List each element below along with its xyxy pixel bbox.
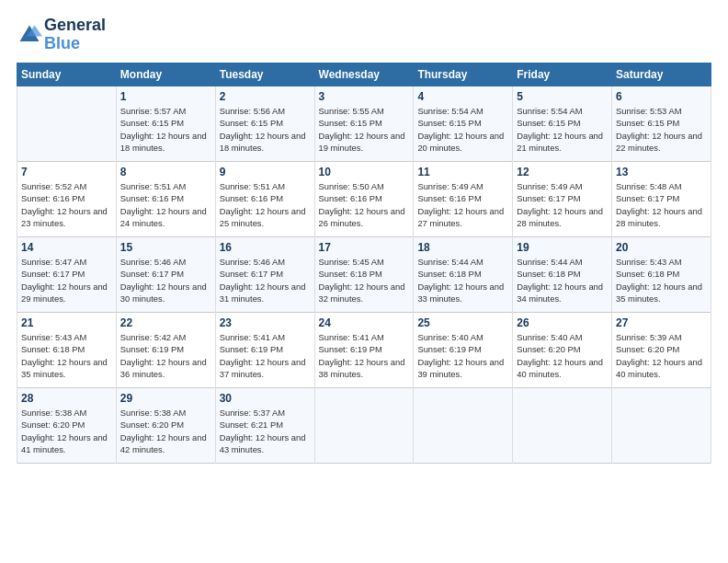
cell-info: Sunrise: 5:51 AMSunset: 6:16 PMDaylight:… xyxy=(220,180,311,231)
calendar-cell: 13Sunrise: 5:48 AMSunset: 6:17 PMDayligh… xyxy=(612,161,711,236)
cell-info: Sunrise: 5:55 AMSunset: 6:15 PMDaylight:… xyxy=(319,105,410,155)
cell-info: Sunrise: 5:41 AMSunset: 6:19 PMDaylight:… xyxy=(319,331,410,382)
cell-info: Sunrise: 5:57 AMSunset: 6:15 PMDaylight:… xyxy=(120,105,211,155)
calendar-cell: 5Sunrise: 5:54 AMSunset: 6:15 PMDaylight… xyxy=(513,86,612,161)
day-number: 8 xyxy=(120,166,211,178)
cell-info: Sunrise: 5:41 AMSunset: 6:19 PMDaylight:… xyxy=(220,331,311,382)
calendar-cell: 3Sunrise: 5:55 AMSunset: 6:15 PMDaylight… xyxy=(314,86,414,161)
day-number: 29 xyxy=(120,392,211,405)
logo: General Blue xyxy=(17,17,106,53)
calendar-cell xyxy=(612,387,711,463)
calendar-cell: 12Sunrise: 5:49 AMSunset: 6:17 PMDayligh… xyxy=(513,161,612,236)
day-number: 16 xyxy=(220,241,311,254)
cell-info: Sunrise: 5:40 AMSunset: 6:20 PMDaylight:… xyxy=(517,331,608,382)
logo-icon xyxy=(17,22,42,48)
day-number: 27 xyxy=(616,316,707,329)
cell-info: Sunrise: 5:54 AMSunset: 6:15 PMDaylight:… xyxy=(517,105,608,155)
cell-info: Sunrise: 5:45 AMSunset: 6:18 PMDaylight:… xyxy=(319,256,410,306)
week-row-1: 1Sunrise: 5:57 AMSunset: 6:15 PMDaylight… xyxy=(17,86,711,161)
calendar-cell: 19Sunrise: 5:44 AMSunset: 6:18 PMDayligh… xyxy=(513,236,612,312)
calendar-cell: 10Sunrise: 5:50 AMSunset: 6:16 PMDayligh… xyxy=(314,161,414,236)
day-number: 23 xyxy=(220,316,311,329)
cell-info: Sunrise: 5:38 AMSunset: 6:20 PMDaylight:… xyxy=(21,407,112,457)
cell-info: Sunrise: 5:43 AMSunset: 6:18 PMDaylight:… xyxy=(21,331,112,382)
cell-info: Sunrise: 5:51 AMSunset: 6:16 PMDaylight:… xyxy=(120,180,211,231)
day-number: 25 xyxy=(417,316,508,329)
day-number: 10 xyxy=(319,166,410,178)
calendar-cell: 6Sunrise: 5:53 AMSunset: 6:15 PMDaylight… xyxy=(612,86,711,161)
cell-info: Sunrise: 5:40 AMSunset: 6:19 PMDaylight:… xyxy=(417,331,508,382)
day-number: 4 xyxy=(417,90,508,103)
cell-info: Sunrise: 5:47 AMSunset: 6:17 PMDaylight:… xyxy=(21,256,112,306)
cell-info: Sunrise: 5:42 AMSunset: 6:19 PMDaylight:… xyxy=(120,331,211,382)
cell-info: Sunrise: 5:39 AMSunset: 6:20 PMDaylight:… xyxy=(616,331,707,382)
week-row-2: 7Sunrise: 5:52 AMSunset: 6:16 PMDaylight… xyxy=(17,161,711,236)
week-row-4: 21Sunrise: 5:43 AMSunset: 6:18 PMDayligh… xyxy=(17,312,711,387)
calendar-cell: 9Sunrise: 5:51 AMSunset: 6:16 PMDaylight… xyxy=(215,161,314,236)
day-number: 24 xyxy=(319,316,410,329)
day-number: 15 xyxy=(120,241,211,254)
day-number: 1 xyxy=(120,90,211,103)
calendar-cell xyxy=(314,387,414,463)
week-row-5: 28Sunrise: 5:38 AMSunset: 6:20 PMDayligh… xyxy=(17,387,711,463)
calendar-cell: 21Sunrise: 5:43 AMSunset: 6:18 PMDayligh… xyxy=(17,312,117,387)
calendar-cell: 11Sunrise: 5:49 AMSunset: 6:16 PMDayligh… xyxy=(414,161,513,236)
page: General Blue SundayMondayTuesdayWednesda… xyxy=(0,0,728,473)
calendar-cell: 8Sunrise: 5:51 AMSunset: 6:16 PMDaylight… xyxy=(116,161,215,236)
cell-info: Sunrise: 5:52 AMSunset: 6:16 PMDaylight:… xyxy=(21,180,112,231)
calendar-cell: 7Sunrise: 5:52 AMSunset: 6:16 PMDaylight… xyxy=(17,161,117,236)
calendar-cell: 4Sunrise: 5:54 AMSunset: 6:15 PMDaylight… xyxy=(414,86,513,161)
cell-info: Sunrise: 5:43 AMSunset: 6:18 PMDaylight:… xyxy=(616,256,707,306)
calendar-cell: 1Sunrise: 5:57 AMSunset: 6:15 PMDaylight… xyxy=(116,86,215,161)
calendar-cell: 22Sunrise: 5:42 AMSunset: 6:19 PMDayligh… xyxy=(116,312,215,387)
calendar-cell: 20Sunrise: 5:43 AMSunset: 6:18 PMDayligh… xyxy=(612,236,711,312)
day-number: 26 xyxy=(517,316,608,329)
cell-info: Sunrise: 5:48 AMSunset: 6:17 PMDaylight:… xyxy=(616,180,707,231)
calendar-cell: 15Sunrise: 5:46 AMSunset: 6:17 PMDayligh… xyxy=(116,236,215,312)
cell-info: Sunrise: 5:50 AMSunset: 6:16 PMDaylight:… xyxy=(319,180,410,231)
cell-info: Sunrise: 5:49 AMSunset: 6:16 PMDaylight:… xyxy=(417,180,508,231)
day-number: 6 xyxy=(616,90,707,103)
col-header-saturday: Saturday xyxy=(612,63,711,86)
cell-info: Sunrise: 5:49 AMSunset: 6:17 PMDaylight:… xyxy=(517,180,608,231)
calendar-cell: 16Sunrise: 5:46 AMSunset: 6:17 PMDayligh… xyxy=(215,236,314,312)
day-number: 2 xyxy=(220,90,311,103)
cell-info: Sunrise: 5:44 AMSunset: 6:18 PMDaylight:… xyxy=(517,256,608,306)
col-header-tuesday: Tuesday xyxy=(215,63,314,86)
calendar-cell xyxy=(414,387,513,463)
col-header-sunday: Sunday xyxy=(17,63,117,86)
day-number: 11 xyxy=(417,166,508,178)
day-number: 21 xyxy=(21,316,112,329)
calendar-cell: 30Sunrise: 5:37 AMSunset: 6:21 PMDayligh… xyxy=(215,387,314,463)
week-row-3: 14Sunrise: 5:47 AMSunset: 6:17 PMDayligh… xyxy=(17,236,711,312)
cell-info: Sunrise: 5:53 AMSunset: 6:15 PMDaylight:… xyxy=(616,105,707,155)
calendar-cell: 23Sunrise: 5:41 AMSunset: 6:19 PMDayligh… xyxy=(215,312,314,387)
col-header-wednesday: Wednesday xyxy=(314,63,414,86)
cell-info: Sunrise: 5:46 AMSunset: 6:17 PMDaylight:… xyxy=(220,256,311,306)
day-number: 22 xyxy=(120,316,211,329)
cell-info: Sunrise: 5:37 AMSunset: 6:21 PMDaylight:… xyxy=(220,407,311,457)
header-row: SundayMondayTuesdayWednesdayThursdayFrid… xyxy=(17,63,711,86)
day-number: 18 xyxy=(417,241,508,254)
cell-info: Sunrise: 5:38 AMSunset: 6:20 PMDaylight:… xyxy=(120,407,211,457)
day-number: 30 xyxy=(220,392,311,405)
calendar-cell: 18Sunrise: 5:44 AMSunset: 6:18 PMDayligh… xyxy=(414,236,513,312)
day-number: 3 xyxy=(319,90,410,103)
day-number: 13 xyxy=(616,166,707,178)
logo-text: General Blue xyxy=(44,17,106,53)
day-number: 20 xyxy=(616,241,707,254)
calendar-cell: 24Sunrise: 5:41 AMSunset: 6:19 PMDayligh… xyxy=(314,312,414,387)
calendar-cell: 29Sunrise: 5:38 AMSunset: 6:20 PMDayligh… xyxy=(116,387,215,463)
calendar-cell: 28Sunrise: 5:38 AMSunset: 6:20 PMDayligh… xyxy=(17,387,117,463)
day-number: 7 xyxy=(21,166,112,178)
calendar-cell xyxy=(17,86,117,161)
calendar-cell: 2Sunrise: 5:56 AMSunset: 6:15 PMDaylight… xyxy=(215,86,314,161)
day-number: 5 xyxy=(517,90,608,103)
day-number: 9 xyxy=(220,166,311,178)
col-header-thursday: Thursday xyxy=(414,63,513,86)
calendar-cell: 17Sunrise: 5:45 AMSunset: 6:18 PMDayligh… xyxy=(314,236,414,312)
calendar-cell: 25Sunrise: 5:40 AMSunset: 6:19 PMDayligh… xyxy=(414,312,513,387)
col-header-friday: Friday xyxy=(513,63,612,86)
calendar-cell: 27Sunrise: 5:39 AMSunset: 6:20 PMDayligh… xyxy=(612,312,711,387)
day-number: 17 xyxy=(319,241,410,254)
